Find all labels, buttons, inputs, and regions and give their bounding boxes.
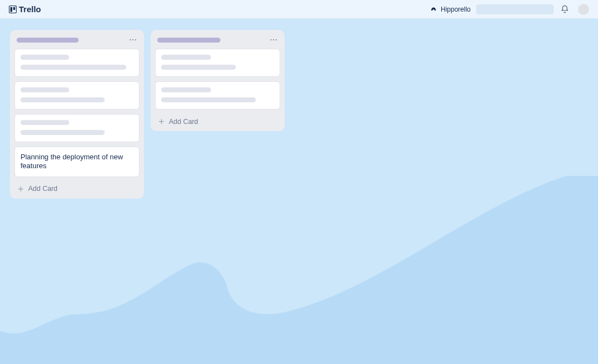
- add-card-button[interactable]: Add Card: [14, 181, 140, 194]
- card-line: [20, 130, 105, 135]
- svg-rect-0: [9, 6, 16, 13]
- notifications-icon[interactable]: [560, 5, 569, 14]
- list-title[interactable]: [157, 38, 220, 43]
- hipporello-powerup[interactable]: Hipporello: [430, 6, 471, 13]
- add-card-label: Add Card: [169, 118, 198, 126]
- hipporello-icon: [430, 6, 437, 13]
- card-line: [20, 55, 69, 60]
- card[interactable]: [155, 49, 280, 77]
- search-input[interactable]: [476, 4, 554, 14]
- card-line: [161, 97, 256, 102]
- svg-point-4: [434, 8, 435, 8]
- svg-point-6: [132, 39, 133, 40]
- board-background-wave-icon: [0, 176, 598, 364]
- hipporello-label: Hipporello: [441, 6, 471, 13]
- card-line: [161, 87, 211, 92]
- add-card-label: Add Card: [28, 185, 58, 193]
- svg-point-9: [273, 39, 274, 40]
- plus-icon: [157, 117, 166, 126]
- card[interactable]: [14, 49, 140, 77]
- svg-point-10: [276, 39, 277, 40]
- card-line: [161, 55, 211, 60]
- add-card-button[interactable]: Add Card: [155, 114, 280, 127]
- card[interactable]: Planning the deployment of new features: [14, 147, 140, 177]
- board: Planning the deployment of new features …: [0, 19, 598, 364]
- card-line: [20, 87, 69, 92]
- list-header: [155, 35, 280, 49]
- card-line: [20, 65, 126, 70]
- svg-point-7: [135, 39, 136, 40]
- card-text: Planning the deployment of new features: [20, 153, 133, 171]
- card-line: [20, 120, 69, 125]
- brand[interactable]: Trello: [9, 4, 41, 14]
- list-menu-icon[interactable]: [128, 35, 137, 44]
- list-title[interactable]: [17, 38, 79, 43]
- card[interactable]: [14, 114, 140, 142]
- list: Planning the deployment of new features …: [10, 30, 144, 199]
- lists-container: Planning the deployment of new features …: [0, 19, 598, 199]
- app-header: Trello Hipporello: [0, 0, 598, 19]
- card-line: [161, 65, 236, 70]
- brand-label: Trello: [19, 4, 41, 14]
- card[interactable]: [155, 81, 280, 110]
- card-line: [20, 97, 105, 102]
- user-avatar[interactable]: [578, 4, 589, 15]
- card[interactable]: [14, 81, 140, 110]
- svg-rect-2: [13, 7, 16, 9]
- svg-point-8: [270, 39, 271, 40]
- trello-logo-icon: [9, 6, 17, 13]
- svg-point-5: [130, 39, 131, 40]
- plus-icon: [17, 185, 25, 193]
- svg-rect-1: [11, 7, 13, 12]
- svg-point-3: [432, 8, 433, 8]
- list: Add Card: [151, 30, 285, 131]
- list-header: [14, 35, 140, 49]
- list-menu-icon[interactable]: [269, 35, 278, 44]
